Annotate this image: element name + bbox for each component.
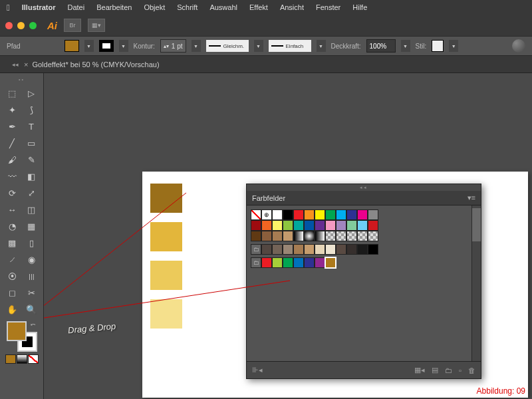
bridge-button[interactable]: Br xyxy=(64,19,81,32)
menu-effect[interactable]: Effekt xyxy=(249,3,268,11)
width-tool[interactable]: ↔ xyxy=(3,201,21,217)
swatch[interactable] xyxy=(325,220,336,231)
swatch[interactable] xyxy=(272,244,283,255)
swatch[interactable] xyxy=(304,257,315,268)
stroke-swatch[interactable] xyxy=(99,40,114,52)
blob-brush-tool[interactable]: 〰 xyxy=(3,168,21,184)
swatch[interactable] xyxy=(293,244,304,255)
arrange-documents-button[interactable]: ▦▾ xyxy=(88,19,105,32)
magic-wand-tool[interactable]: ✦ xyxy=(3,102,21,118)
rotate-tool[interactable]: ⟳ xyxy=(3,185,21,201)
swatch[interactable] xyxy=(293,257,304,268)
swatch[interactable] xyxy=(304,244,315,255)
none-button[interactable] xyxy=(28,354,39,364)
free-transform-tool[interactable]: ◫ xyxy=(22,201,41,217)
document-tab[interactable]: Goldeffekt* bei 50 % (CMYK/Vorschau) xyxy=(32,61,159,68)
swatch[interactable] xyxy=(251,231,261,241)
style-swatch[interactable] xyxy=(432,40,444,52)
canvas-area[interactable]: ◂◂ Farbfelder ▾≡ ⊕🗀🗀 ⊪◂ ▦◂ ▤ 🗀 ▫ 🗑 xyxy=(44,73,532,399)
graph-tool[interactable]: ⫼ xyxy=(22,268,41,284)
swatch[interactable] xyxy=(325,231,336,241)
stroke-menu-arrow-icon[interactable]: ▼ xyxy=(119,40,128,52)
tools-grip-icon[interactable]: •• xyxy=(0,77,43,84)
scale-tool[interactable]: ⤢ xyxy=(22,185,41,201)
swatch[interactable] xyxy=(283,231,293,241)
mesh-tool[interactable]: ▩ xyxy=(3,235,21,251)
hand-tool[interactable]: ✋ xyxy=(3,301,21,317)
panel-menu-icon[interactable]: ▾≡ xyxy=(467,194,475,202)
selection-tool[interactable]: ⬚ xyxy=(3,85,21,101)
swatch[interactable] xyxy=(283,244,293,255)
swatch[interactable] xyxy=(261,220,272,231)
swatch[interactable] xyxy=(325,244,336,255)
scrollbar-thumb[interactable] xyxy=(472,208,481,241)
swatch[interactable] xyxy=(315,244,325,255)
swatches-tab[interactable]: Farbfelder xyxy=(252,194,285,202)
expand-panels-icon[interactable]: ◂◂ xyxy=(12,61,20,68)
zoom-window-icon[interactable] xyxy=(29,22,37,29)
brush-dropdown[interactable]: Einfach xyxy=(269,40,311,52)
swatch[interactable] xyxy=(357,220,368,231)
app-name[interactable]: Illustrator xyxy=(22,3,56,11)
panel-grip-icon[interactable]: ◂◂ xyxy=(247,184,481,191)
swatch[interactable] xyxy=(336,220,346,231)
gold-sample-2[interactable] xyxy=(150,222,182,251)
type-tool[interactable]: T xyxy=(22,118,41,134)
minimize-window-icon[interactable] xyxy=(17,22,25,29)
swatch[interactable] xyxy=(325,257,336,268)
symbol-sprayer-tool[interactable]: ⦿ xyxy=(3,268,21,284)
swatch[interactable] xyxy=(357,244,368,255)
direct-selection-tool[interactable]: ▷ xyxy=(22,85,41,101)
swatch[interactable]: 🗀 xyxy=(251,257,261,268)
gold-sample-3[interactable] xyxy=(150,261,182,290)
menu-view[interactable]: Ansicht xyxy=(280,3,304,11)
solid-color-button[interactable] xyxy=(5,354,16,364)
delete-swatch-icon[interactable]: 🗑 xyxy=(468,366,475,374)
brush-arrow-icon[interactable]: ▼ xyxy=(317,40,326,52)
swatch[interactable]: 🗀 xyxy=(251,244,261,255)
new-swatch-icon[interactable]: ▫ xyxy=(459,366,462,374)
swatch[interactable] xyxy=(293,220,304,231)
eraser-tool[interactable]: ◧ xyxy=(22,168,41,184)
opacity-input[interactable] xyxy=(366,39,396,53)
panel-scrollbar[interactable] xyxy=(471,205,481,361)
swatch[interactable]: ⊕ xyxy=(261,209,272,220)
new-group-icon[interactable]: 🗀 xyxy=(445,366,452,374)
swatch-options-icon[interactable]: ▤ xyxy=(432,366,438,374)
swatch[interactable] xyxy=(251,220,261,231)
swatch[interactable] xyxy=(357,231,368,241)
close-tab-icon[interactable]: × xyxy=(24,61,28,68)
swatch[interactable] xyxy=(251,209,261,220)
swatch[interactable] xyxy=(368,220,378,231)
apple-menu-icon[interactable]:  xyxy=(7,3,10,13)
close-window-icon[interactable] xyxy=(5,22,13,29)
stroke-profile-dropdown[interactable]: Gleichm. xyxy=(206,40,249,52)
slice-tool[interactable]: ✂ xyxy=(22,285,41,301)
blend-tool[interactable]: ◉ xyxy=(22,251,41,267)
perspective-tool[interactable]: ▦ xyxy=(22,218,41,234)
menu-edit[interactable]: Bearbeiten xyxy=(96,3,132,11)
swatch[interactable] xyxy=(304,231,315,241)
swatch[interactable] xyxy=(315,257,325,268)
swatch[interactable] xyxy=(283,209,293,220)
swatch[interactable] xyxy=(261,231,272,241)
swatch[interactable] xyxy=(304,209,315,220)
swatch[interactable] xyxy=(346,209,357,220)
pen-tool[interactable]: ✒ xyxy=(3,118,21,134)
gold-sample-4[interactable] xyxy=(150,299,182,329)
fill-menu-arrow-icon[interactable]: ▼ xyxy=(84,40,94,52)
swatch-libraries-icon[interactable]: ⊪◂ xyxy=(252,366,263,374)
swatch[interactable] xyxy=(357,209,368,220)
swatch[interactable] xyxy=(336,231,346,241)
swatch[interactable] xyxy=(315,231,325,241)
zoom-tool[interactable]: 🔍 xyxy=(22,301,41,317)
swatch[interactable] xyxy=(261,244,272,255)
menu-help[interactable]: Hilfe xyxy=(352,3,367,11)
stroke-weight-dropdown[interactable]: ▴▾1 pt xyxy=(160,39,186,53)
swatch[interactable] xyxy=(346,244,357,255)
swatch[interactable] xyxy=(346,220,357,231)
menu-object[interactable]: Objekt xyxy=(144,3,165,11)
swatch[interactable] xyxy=(315,209,325,220)
gold-sample-1[interactable] xyxy=(150,184,182,213)
style-arrow-icon[interactable]: ▼ xyxy=(449,40,458,52)
